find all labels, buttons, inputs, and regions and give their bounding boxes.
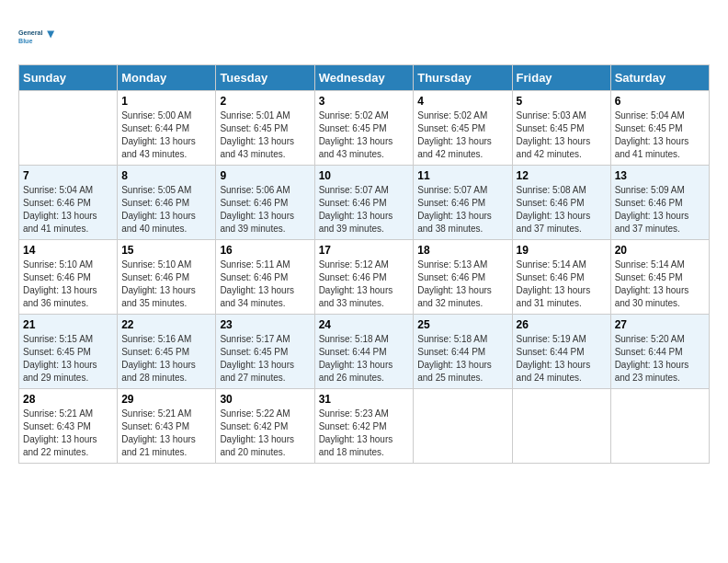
svg-marker-2 bbox=[47, 31, 54, 39]
day-info: Sunrise: 5:01 AMSunset: 6:45 PMDaylight:… bbox=[220, 109, 310, 161]
calendar-cell: 23Sunrise: 5:17 AMSunset: 6:45 PMDayligh… bbox=[216, 315, 314, 389]
day-number: 13 bbox=[615, 169, 705, 182]
day-number: 28 bbox=[23, 393, 113, 406]
day-info: Sunrise: 5:19 AMSunset: 6:44 PMDaylight:… bbox=[517, 333, 607, 385]
calendar-cell bbox=[19, 91, 118, 166]
weekday-header-friday: Friday bbox=[512, 65, 610, 91]
day-info: Sunrise: 5:09 AMSunset: 6:46 PMDaylight:… bbox=[615, 184, 705, 236]
calendar-cell: 5Sunrise: 5:03 AMSunset: 6:45 PMDaylight… bbox=[512, 91, 610, 166]
day-info: Sunrise: 5:08 AMSunset: 6:46 PMDaylight:… bbox=[517, 184, 607, 236]
calendar-cell: 3Sunrise: 5:02 AMSunset: 6:45 PMDaylight… bbox=[314, 91, 414, 166]
calendar-cell: 6Sunrise: 5:04 AMSunset: 6:45 PMDaylight… bbox=[610, 91, 709, 166]
calendar-week-row: 28Sunrise: 5:21 AMSunset: 6:43 PMDayligh… bbox=[19, 389, 710, 464]
day-number: 10 bbox=[319, 169, 410, 182]
calendar-cell: 19Sunrise: 5:14 AMSunset: 6:46 PMDayligh… bbox=[512, 240, 610, 315]
weekday-header-row: SundayMondayTuesdayWednesdayThursdayFrid… bbox=[19, 65, 710, 91]
calendar-week-row: 21Sunrise: 5:15 AMSunset: 6:45 PMDayligh… bbox=[19, 315, 710, 389]
calendar-cell: 24Sunrise: 5:18 AMSunset: 6:44 PMDayligh… bbox=[314, 315, 414, 389]
calendar-cell: 12Sunrise: 5:08 AMSunset: 6:46 PMDayligh… bbox=[512, 166, 610, 240]
calendar-cell: 25Sunrise: 5:18 AMSunset: 6:44 PMDayligh… bbox=[414, 315, 512, 389]
day-number: 25 bbox=[417, 318, 507, 331]
day-info: Sunrise: 5:05 AMSunset: 6:46 PMDaylight:… bbox=[121, 184, 211, 236]
day-number: 12 bbox=[517, 169, 607, 182]
calendar-cell: 31Sunrise: 5:23 AMSunset: 6:42 PMDayligh… bbox=[314, 389, 414, 464]
calendar-cell bbox=[512, 389, 610, 464]
day-number: 4 bbox=[417, 95, 507, 108]
calendar-cell: 29Sunrise: 5:21 AMSunset: 6:43 PMDayligh… bbox=[118, 389, 216, 464]
day-number: 26 bbox=[517, 318, 607, 331]
calendar-week-row: 7Sunrise: 5:04 AMSunset: 6:46 PMDaylight… bbox=[19, 166, 710, 240]
header: GeneralBlue bbox=[18, 18, 710, 55]
weekday-header-thursday: Thursday bbox=[414, 65, 512, 91]
calendar-cell: 7Sunrise: 5:04 AMSunset: 6:46 PMDaylight… bbox=[19, 166, 118, 240]
calendar-cell: 28Sunrise: 5:21 AMSunset: 6:43 PMDayligh… bbox=[19, 389, 118, 464]
day-info: Sunrise: 5:16 AMSunset: 6:45 PMDaylight:… bbox=[121, 333, 211, 385]
day-number: 11 bbox=[417, 169, 507, 182]
day-number: 24 bbox=[319, 318, 410, 331]
calendar-cell: 21Sunrise: 5:15 AMSunset: 6:45 PMDayligh… bbox=[19, 315, 118, 389]
day-number: 1 bbox=[121, 95, 211, 108]
weekday-header-sunday: Sunday bbox=[19, 65, 118, 91]
day-number: 21 bbox=[23, 318, 113, 331]
weekday-header-tuesday: Tuesday bbox=[216, 65, 314, 91]
day-info: Sunrise: 5:20 AMSunset: 6:44 PMDaylight:… bbox=[615, 333, 705, 385]
day-number: 6 bbox=[615, 95, 705, 108]
day-info: Sunrise: 5:23 AMSunset: 6:42 PMDaylight:… bbox=[319, 408, 410, 459]
day-number: 15 bbox=[121, 244, 211, 257]
day-number: 5 bbox=[517, 95, 607, 108]
day-info: Sunrise: 5:11 AMSunset: 6:46 PMDaylight:… bbox=[220, 259, 310, 310]
day-number: 31 bbox=[319, 393, 410, 406]
calendar-cell: 18Sunrise: 5:13 AMSunset: 6:46 PMDayligh… bbox=[414, 240, 512, 315]
calendar-cell: 11Sunrise: 5:07 AMSunset: 6:46 PMDayligh… bbox=[414, 166, 512, 240]
calendar-cell: 8Sunrise: 5:05 AMSunset: 6:46 PMDaylight… bbox=[118, 166, 216, 240]
calendar-cell: 9Sunrise: 5:06 AMSunset: 6:46 PMDaylight… bbox=[216, 166, 314, 240]
calendar-cell: 17Sunrise: 5:12 AMSunset: 6:46 PMDayligh… bbox=[314, 240, 414, 315]
calendar-cell: 16Sunrise: 5:11 AMSunset: 6:46 PMDayligh… bbox=[216, 240, 314, 315]
day-number: 14 bbox=[23, 244, 113, 257]
day-info: Sunrise: 5:14 AMSunset: 6:45 PMDaylight:… bbox=[615, 259, 705, 310]
day-number: 7 bbox=[23, 169, 113, 182]
calendar-cell: 1Sunrise: 5:00 AMSunset: 6:44 PMDaylight… bbox=[118, 91, 216, 166]
day-info: Sunrise: 5:04 AMSunset: 6:45 PMDaylight:… bbox=[615, 109, 705, 161]
day-info: Sunrise: 5:04 AMSunset: 6:46 PMDaylight:… bbox=[23, 184, 113, 236]
calendar-week-row: 14Sunrise: 5:10 AMSunset: 6:46 PMDayligh… bbox=[19, 240, 710, 315]
day-number: 3 bbox=[319, 95, 410, 108]
calendar-cell bbox=[414, 389, 512, 464]
day-info: Sunrise: 5:10 AMSunset: 6:46 PMDaylight:… bbox=[23, 259, 113, 310]
day-info: Sunrise: 5:15 AMSunset: 6:45 PMDaylight:… bbox=[23, 333, 113, 385]
day-info: Sunrise: 5:21 AMSunset: 6:43 PMDaylight:… bbox=[121, 408, 211, 459]
day-info: Sunrise: 5:02 AMSunset: 6:45 PMDaylight:… bbox=[417, 109, 507, 161]
day-number: 17 bbox=[319, 244, 410, 257]
day-info: Sunrise: 5:18 AMSunset: 6:44 PMDaylight:… bbox=[319, 333, 410, 385]
calendar-cell: 27Sunrise: 5:20 AMSunset: 6:44 PMDayligh… bbox=[610, 315, 709, 389]
day-info: Sunrise: 5:12 AMSunset: 6:46 PMDaylight:… bbox=[319, 259, 410, 310]
day-number: 23 bbox=[220, 318, 310, 331]
logo: GeneralBlue bbox=[18, 18, 59, 55]
weekday-header-monday: Monday bbox=[118, 65, 216, 91]
day-info: Sunrise: 5:13 AMSunset: 6:46 PMDaylight:… bbox=[417, 259, 507, 310]
svg-text:General: General bbox=[18, 29, 43, 37]
weekday-header-saturday: Saturday bbox=[610, 65, 709, 91]
calendar-cell: 2Sunrise: 5:01 AMSunset: 6:45 PMDaylight… bbox=[216, 91, 314, 166]
day-info: Sunrise: 5:21 AMSunset: 6:43 PMDaylight:… bbox=[23, 408, 113, 459]
day-number: 19 bbox=[517, 244, 607, 257]
day-number: 9 bbox=[220, 169, 310, 182]
calendar-cell: 20Sunrise: 5:14 AMSunset: 6:45 PMDayligh… bbox=[610, 240, 709, 315]
day-number: 29 bbox=[121, 393, 211, 406]
weekday-header-wednesday: Wednesday bbox=[314, 65, 414, 91]
calendar-week-row: 1Sunrise: 5:00 AMSunset: 6:44 PMDaylight… bbox=[19, 91, 710, 166]
day-number: 22 bbox=[121, 318, 211, 331]
calendar-cell: 13Sunrise: 5:09 AMSunset: 6:46 PMDayligh… bbox=[610, 166, 709, 240]
day-number: 20 bbox=[615, 244, 705, 257]
day-info: Sunrise: 5:14 AMSunset: 6:46 PMDaylight:… bbox=[517, 259, 607, 310]
day-info: Sunrise: 5:22 AMSunset: 6:42 PMDaylight:… bbox=[220, 408, 310, 459]
day-number: 16 bbox=[220, 244, 310, 257]
day-info: Sunrise: 5:02 AMSunset: 6:45 PMDaylight:… bbox=[319, 109, 410, 161]
day-info: Sunrise: 5:18 AMSunset: 6:44 PMDaylight:… bbox=[417, 333, 507, 385]
calendar-cell: 26Sunrise: 5:19 AMSunset: 6:44 PMDayligh… bbox=[512, 315, 610, 389]
calendar-cell: 10Sunrise: 5:07 AMSunset: 6:46 PMDayligh… bbox=[314, 166, 414, 240]
day-info: Sunrise: 5:03 AMSunset: 6:45 PMDaylight:… bbox=[517, 109, 607, 161]
calendar-cell: 4Sunrise: 5:02 AMSunset: 6:45 PMDaylight… bbox=[414, 91, 512, 166]
day-info: Sunrise: 5:10 AMSunset: 6:46 PMDaylight:… bbox=[121, 259, 211, 310]
day-info: Sunrise: 5:17 AMSunset: 6:45 PMDaylight:… bbox=[220, 333, 310, 385]
